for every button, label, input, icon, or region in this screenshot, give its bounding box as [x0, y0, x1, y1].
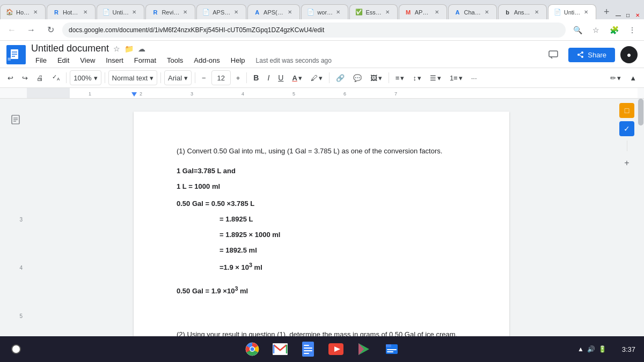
maximize-button[interactable]: □	[624, 11, 632, 19]
menu-addons[interactable]: Add-ons	[189, 54, 224, 67]
list-button[interactable]: ☰ ▾	[427, 70, 444, 85]
undo-button[interactable]: ↩	[4, 70, 17, 85]
forward-button[interactable]: →	[24, 23, 39, 38]
new-tab-button[interactable]: +	[599, 4, 614, 19]
taskbar-docs[interactable]	[298, 339, 318, 359]
link-button[interactable]: 🔗	[333, 70, 348, 85]
tab-answ[interactable]: b Answ... ✕	[498, 4, 547, 19]
tab-untitled2[interactable]: 📄 Untitl... ✕	[548, 4, 596, 19]
close-browser-button[interactable]: ✕	[633, 11, 642, 19]
line-spacing-button[interactable]: ↕ ▾	[409, 70, 425, 85]
redo-icon: ↪	[22, 74, 28, 82]
align-dropdown-icon: ▾	[400, 74, 404, 82]
back-button[interactable]: ←	[4, 23, 19, 38]
font-select[interactable]: Arial ▾	[164, 70, 192, 85]
tab-untitled2-close[interactable]: ✕	[582, 8, 590, 17]
tab-answ-close[interactable]: ✕	[532, 8, 541, 17]
zoom-select[interactable]: 100% ▾	[70, 70, 101, 85]
taskbar-chrome[interactable]	[243, 339, 262, 359]
scrollbar[interactable]	[638, 99, 644, 336]
search-icon[interactable]: 🔍	[570, 23, 585, 38]
tab-review-label: Revie...	[162, 9, 181, 16]
widget-orange[interactable]: □	[619, 103, 634, 118]
tab-review[interactable]: R Revie... ✕	[145, 4, 195, 19]
comment-toolbar-button[interactable]: 💬	[350, 70, 365, 85]
extensions-icon[interactable]: 🧩	[606, 23, 621, 38]
tab-home-close[interactable]: ✕	[31, 8, 40, 17]
cloud-icon[interactable]: ☁	[138, 45, 145, 53]
comment-button[interactable]	[544, 45, 563, 64]
taskbar-launcher[interactable]	[6, 339, 26, 359]
menu-format[interactable]: Format	[130, 54, 160, 67]
tab-apsm-icon: M	[405, 9, 412, 16]
edit-mode-button[interactable]: ✏ ▾	[607, 70, 624, 85]
tab-untitled1[interactable]: 📄 Untitl... ✕	[97, 4, 145, 19]
tab-chap[interactable]: A Chap... ✕	[448, 4, 497, 19]
taskbar-youtube[interactable]	[326, 339, 346, 359]
image-button[interactable]: 🖼 ▾	[367, 70, 385, 85]
tab-essay[interactable]: ✅ Essa... ✕	[349, 4, 397, 19]
font-size-input[interactable]: 12	[211, 70, 231, 85]
widget-plus[interactable]: +	[619, 156, 634, 171]
tab-aps1[interactable]: 📄 APS_... ✕	[196, 4, 246, 19]
style-select[interactable]: Normal text ▾	[108, 70, 157, 85]
tab-hotel-icon: R	[53, 9, 60, 16]
widget-blue[interactable]: ✓	[619, 121, 634, 136]
tab-hotel[interactable]: R Hotel... ✕	[47, 4, 95, 19]
tab-works[interactable]: 📄 work... ✕	[301, 4, 348, 19]
menu-tools[interactable]: Tools	[163, 54, 187, 67]
tab-aps2-close[interactable]: ✕	[286, 8, 294, 17]
star-icon[interactable]: ☆	[113, 45, 120, 53]
tab-review-close[interactable]: ✕	[181, 8, 189, 17]
comment-toolbar-icon: 💬	[353, 74, 362, 82]
menu-help[interactable]: Help	[226, 54, 250, 67]
tab-home[interactable]: 🏠 Home ✕	[0, 4, 46, 19]
taskbar-files[interactable]	[382, 339, 401, 359]
tab-untitled1-close[interactable]: ✕	[130, 8, 138, 17]
font-size-increase[interactable]: +	[233, 70, 244, 85]
align-button[interactable]: ≡ ▾	[392, 70, 408, 85]
text-color-icon: A	[292, 74, 297, 82]
menu-view[interactable]: View	[76, 54, 99, 67]
folder-icon[interactable]: 📁	[125, 45, 134, 53]
style-dropdown-icon: ▾	[150, 74, 153, 82]
doc-page[interactable]: (1) Convert 0.50 Gal into mL, using (1 G…	[134, 112, 509, 336]
tab-aps2[interactable]: A APS(C... ✕	[247, 4, 300, 19]
text-color-button[interactable]: A ▾	[289, 70, 305, 85]
highlight-button[interactable]: 🖊 ▾	[308, 70, 326, 85]
refresh-button[interactable]: ↻	[43, 23, 58, 38]
menu-insert[interactable]: Insert	[101, 54, 128, 67]
menu-edit[interactable]: Edit	[53, 54, 74, 67]
redo-button[interactable]: ↪	[19, 70, 31, 85]
tab-apsm-close[interactable]: ✕	[433, 8, 441, 17]
address-input[interactable]	[62, 23, 566, 38]
taskbar-playstore[interactable]	[354, 339, 374, 359]
italic-button[interactable]: I	[264, 70, 273, 85]
svg-text:2: 2	[140, 91, 142, 97]
share-button[interactable]: Share	[568, 48, 615, 62]
numbered-list-button[interactable]: 1≡ ▾	[447, 70, 466, 85]
bold-button[interactable]: B	[250, 70, 262, 85]
scrollbar-thumb[interactable]	[638, 99, 643, 125]
tab-chap-close[interactable]: ✕	[482, 8, 491, 17]
docs-header-actions: Share ●	[544, 45, 638, 64]
collapse-button[interactable]: ▲	[626, 70, 640, 85]
tab-essay-close[interactable]: ✕	[383, 8, 392, 17]
print-button[interactable]: 🖨	[33, 70, 47, 85]
bookmark-icon[interactable]: ☆	[588, 23, 603, 38]
spellcheck-button[interactable]: ✓A	[49, 70, 63, 85]
taskbar-gmail[interactable]	[270, 339, 290, 359]
tab-aps1-close[interactable]: ✕	[232, 8, 240, 17]
minimize-button[interactable]: —	[614, 11, 623, 19]
tab-hotel-close[interactable]: ✕	[81, 8, 90, 17]
menu-file[interactable]: File	[31, 54, 51, 67]
tab-works-close[interactable]: ✕	[334, 8, 342, 17]
user-avatar[interactable]: ●	[620, 46, 638, 63]
document-center[interactable]: (1) Convert 0.50 Gal into mL, using (1 G…	[27, 99, 616, 336]
underline-button[interactable]: U	[275, 70, 287, 85]
more-options-icon[interactable]: ⋮	[625, 23, 640, 38]
tab-apsm[interactable]: M APS/... ✕	[399, 4, 447, 19]
doc-page-container: (1) Convert 0.50 Gal into mL, using (1 G…	[27, 105, 616, 336]
more-button[interactable]: ···	[468, 70, 480, 85]
font-size-decrease[interactable]: −	[199, 70, 209, 85]
